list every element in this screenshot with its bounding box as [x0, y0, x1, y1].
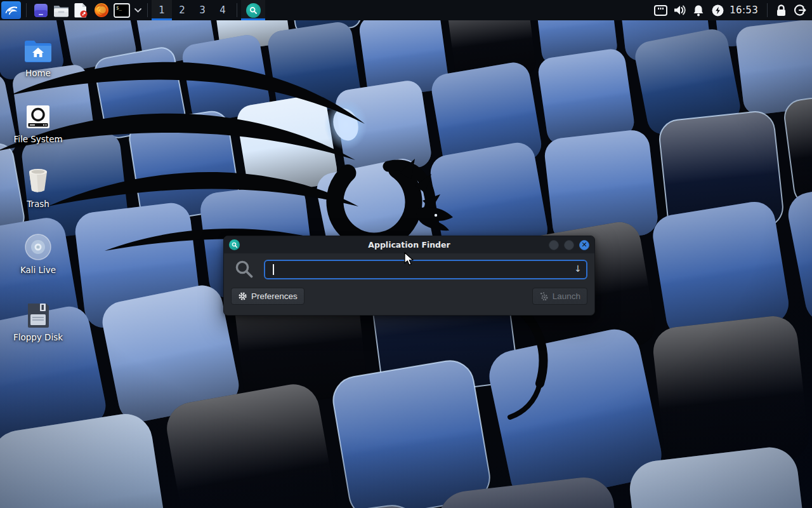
desktop-icon-kali-live[interactable]: Kali Live	[8, 232, 69, 275]
window-manager-icon	[34, 3, 48, 18]
close-button[interactable]: ✕	[579, 240, 589, 250]
hard-drive-icon	[25, 102, 51, 130]
panel-clock[interactable]: 16:53	[727, 4, 763, 16]
gear-icon	[238, 291, 247, 301]
chevron-down-icon	[134, 8, 141, 13]
maximize-button[interactable]	[564, 240, 574, 250]
text-editor-icon	[74, 3, 88, 18]
floppy-disk-icon	[26, 300, 50, 328]
desktop-icon-floppy-disk[interactable]: Floppy Disk	[8, 300, 69, 342]
system-tray: 16:53	[651, 0, 812, 20]
minimize-button[interactable]	[549, 240, 559, 250]
workspace-pager: 1 2 3 4	[152, 0, 233, 20]
workspace-4[interactable]: 4	[213, 0, 233, 20]
lock-icon[interactable]	[771, 0, 790, 20]
desktop-icon-label: Kali Live	[20, 265, 56, 275]
desktop-icon-label: Home	[25, 68, 51, 78]
desktop: $_ 1 2 3 4	[0, 0, 812, 508]
desktop-icon-home[interactable]: Home	[8, 36, 69, 78]
kali-dragon-icon	[4, 3, 19, 17]
volume-icon[interactable]	[670, 0, 689, 20]
terminal-dropdown-chevron[interactable]	[132, 0, 143, 20]
desktop-icon-label: File System	[13, 134, 62, 144]
file-manager-icon	[53, 4, 69, 17]
application-finder-icon	[229, 239, 240, 250]
launcher-window-manager[interactable]	[30, 0, 51, 20]
launch-button[interactable]: Launch	[532, 288, 587, 305]
preferences-button[interactable]: Preferences	[231, 288, 304, 305]
kali-menu-button[interactable]	[1, 1, 21, 19]
terminal-glyph: $_	[116, 4, 122, 10]
search-icon	[246, 3, 261, 18]
panel-separator	[237, 3, 237, 17]
firefox-icon	[94, 3, 109, 18]
preferences-label: Preferences	[251, 291, 298, 301]
window-title: Application Finder	[224, 240, 594, 250]
launcher-text-editor[interactable]	[71, 0, 91, 20]
desktop-icon-label: Trash	[27, 199, 49, 209]
trash-can-icon	[25, 166, 51, 194]
launcher-file-manager[interactable]	[51, 0, 71, 20]
search-icon-large	[231, 259, 258, 279]
workspace-1[interactable]: 1	[152, 0, 172, 20]
desktop-icon-file-system[interactable]: File System	[8, 102, 69, 144]
network-icon[interactable]	[651, 0, 670, 20]
launcher-terminal[interactable]: $_	[112, 0, 132, 20]
search-input[interactable]	[264, 260, 587, 279]
launch-label: Launch	[553, 291, 580, 301]
launch-gear-icon	[539, 291, 549, 301]
optical-disc-icon	[25, 232, 51, 260]
panel-separator	[26, 3, 27, 17]
terminal-icon: $_	[114, 3, 130, 18]
top-panel: $_ 1 2 3 4	[0, 0, 812, 20]
workspace-3[interactable]: 3	[192, 0, 213, 20]
workspace-2[interactable]: 2	[172, 0, 192, 20]
power-manager-icon[interactable]	[708, 0, 727, 20]
desktop-icon-trash[interactable]: Trash	[8, 166, 69, 209]
notifications-bell-icon[interactable]	[689, 0, 708, 20]
panel-separator	[147, 3, 148, 17]
titlebar[interactable]: Application Finder ✕	[224, 236, 594, 253]
panel-separator	[767, 3, 768, 17]
taskbar-application-finder[interactable]	[241, 0, 265, 20]
close-icon: ✕	[581, 241, 587, 248]
desktop-icon-label: Floppy Disk	[13, 332, 63, 342]
launcher-firefox[interactable]	[91, 0, 112, 20]
text-caret	[273, 264, 274, 275]
home-folder-icon	[23, 36, 53, 64]
logout-icon[interactable]	[790, 0, 809, 20]
application-finder-window: Application Finder ✕ ↓	[223, 236, 595, 316]
